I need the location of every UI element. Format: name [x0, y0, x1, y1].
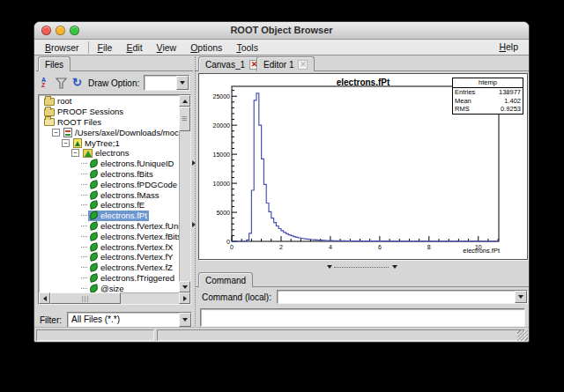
resize-grip[interactable] [517, 330, 528, 341]
tree-item-electrons-fvertex-fx[interactable]: electrons.fVertex.fX [39, 241, 179, 252]
tree-item-electrons[interactable]: −electrons [39, 148, 179, 159]
tree-item-electrons-fvertex-fz[interactable]: electrons.fVertex.fZ [39, 263, 179, 273]
scroll-down-button[interactable] [179, 281, 190, 292]
menu-edit[interactable]: Edit [119, 41, 149, 55]
menu-tools[interactable]: Tools [229, 41, 265, 55]
tree-item-proof-sessions[interactable]: PROOF Sessions [39, 107, 179, 117]
stats-title: htemp [453, 78, 523, 88]
tree-item-electrons-fvertex-fy[interactable]: electrons.fVertex.fY [39, 252, 179, 263]
tree-item-electrons-fvertex-funiq[interactable]: electrons.fVertex.fUniq [39, 221, 179, 232]
scroll-right-button[interactable] [179, 292, 190, 304]
tree-connector [81, 267, 87, 268]
leaf-icon [89, 232, 98, 240]
tree-horizontal-scrollbar[interactable]: ||| [39, 292, 190, 304]
tab-editor-1[interactable]: Editor 1 ✕ [256, 56, 315, 71]
stats-box[interactable]: htemp Entries138977Mean1.402RMS0.9253 [452, 78, 523, 115]
tree-item-root-files[interactable]: ROOT Files [39, 117, 179, 128]
splitter-arrow-icon[interactable] [192, 160, 196, 166]
collapse-expander-icon[interactable]: − [52, 129, 60, 137]
tree-item-mytree-1[interactable]: −MyTree;1 [39, 137, 179, 148]
leaf-icon [89, 159, 98, 167]
tree-item-electrons-fmass[interactable]: electrons.fMass [39, 189, 179, 200]
tree-item-label: /Users/axel/Downloads/mockupx. [75, 128, 179, 137]
tree-item-label: electrons.fVertex.fY [100, 252, 173, 262]
window-title: ROOT Object Browser [34, 22, 529, 39]
tab-files[interactable]: Files [38, 56, 70, 71]
menu-view[interactable]: View [150, 41, 184, 55]
filter-dropdown-button[interactable] [179, 313, 191, 327]
draw-option-combobox[interactable] [144, 75, 189, 91]
tree-item-electrons-fe[interactable]: electrons.fE [39, 200, 179, 211]
menu-options[interactable]: Options [183, 41, 229, 55]
leaf-icon [89, 263, 98, 271]
horizontal-scroll-thumb[interactable]: ||| [50, 292, 121, 304]
tree-item-label: MyTree;1 [85, 138, 120, 148]
filter-funnel-icon[interactable] [56, 78, 67, 89]
status-bar [34, 327, 529, 342]
root-object-browser-window: ROOT Object Browser BrowserFileEditViewO… [33, 21, 530, 343]
svg-text:10000: 10000 [213, 181, 231, 187]
title-bar[interactable]: ROOT Object Browser [34, 22, 529, 40]
folder-open-icon [44, 118, 55, 126]
x-axis-title: electrons.fPt [463, 247, 500, 255]
tree-item-electrons-ftriggered[interactable]: electrons.fTriggered [39, 273, 179, 284]
status-cell-left [36, 329, 154, 341]
zoom-window-button[interactable] [70, 26, 79, 35]
splitter-down-arrow-icon[interactable] [327, 265, 332, 269]
tree-item-label: electrons.fE [100, 200, 145, 210]
scroll-up-button[interactable] [179, 95, 190, 107]
svg-text:2: 2 [279, 244, 283, 250]
leaf-icon [89, 242, 98, 251]
tree-item-electrons-fpdgcode[interactable]: electrons.fPDGCode [39, 179, 179, 189]
tree-item-electrons-fvertex-fbits[interactable]: electrons.fVertex.fBits [39, 231, 179, 241]
tab-command[interactable]: Command [198, 272, 253, 287]
canvas-area[interactable]: 05000100001500020000250000246810 electro… [198, 73, 528, 260]
menu-browser[interactable]: Browser [38, 41, 86, 55]
minimize-window-button[interactable] [56, 26, 65, 35]
tree-item-electrons-funiqueid[interactable]: electrons.fUniqueID [39, 159, 179, 169]
canvas-command-splitter[interactable] [198, 263, 528, 270]
close-window-button[interactable] [41, 26, 51, 35]
rootfile-icon [63, 128, 72, 137]
tree-connector [81, 195, 87, 196]
tree-item-electrons-fpt[interactable]: electrons.fPt [39, 211, 179, 221]
tree-item-electrons-fbits[interactable]: electrons.fBits [39, 169, 179, 180]
svg-text:25000: 25000 [213, 93, 231, 100]
command-local-label: Command (local): [202, 292, 271, 302]
tree-connector [81, 215, 87, 216]
folder-icon [44, 108, 55, 116]
tree-item-label: electrons.fMass [100, 190, 160, 200]
vertical-scroll-thumb[interactable]: ☰ [179, 107, 190, 131]
refresh-icon[interactable]: ↻ [72, 78, 82, 88]
tree-item-label: ROOT Files [57, 117, 101, 127]
menu-file[interactable]: File [91, 41, 120, 55]
leaf-icon [89, 273, 98, 282]
tree-item--size[interactable]: @size [39, 283, 179, 292]
leaf-icon [89, 221, 98, 230]
tree-connector [81, 184, 87, 185]
tree-item-label: PROOF Sessions [57, 107, 123, 116]
tree-item--users-axel-downloads-mockupx-[interactable]: −/Users/axel/Downloads/mockupx. [39, 127, 179, 137]
leaf-icon [89, 211, 98, 219]
scroll-left-button[interactable] [39, 292, 50, 304]
svg-text:4: 4 [329, 244, 332, 250]
collapse-expander-icon[interactable]: − [62, 139, 70, 147]
command-input-combobox[interactable] [277, 290, 528, 304]
draw-option-dropdown-button[interactable] [176, 76, 189, 90]
tree-item-root[interactable]: root [39, 96, 179, 107]
splitter-arrow-icon[interactable] [192, 222, 196, 227]
tree-item-label: electrons.fVertex.fZ [100, 263, 173, 272]
tree-vertical-scrollbar[interactable]: ☰ [179, 95, 190, 292]
collapse-expander-icon[interactable]: − [71, 149, 79, 157]
command-output-box[interactable] [200, 308, 525, 327]
sort-alpha-icon[interactable]: AZ [41, 78, 50, 88]
filter-combobox[interactable]: All Files (*.*) [67, 312, 192, 328]
leaf-icon [89, 169, 98, 178]
folder-icon [44, 98, 55, 106]
tree-connector [81, 277, 87, 278]
menu-help[interactable]: Help [495, 40, 522, 55]
branch-icon [83, 149, 93, 158]
tree-connector [81, 174, 87, 174]
command-dropdown-button[interactable] [515, 291, 527, 303]
splitter-down-arrow-icon[interactable] [392, 265, 397, 269]
